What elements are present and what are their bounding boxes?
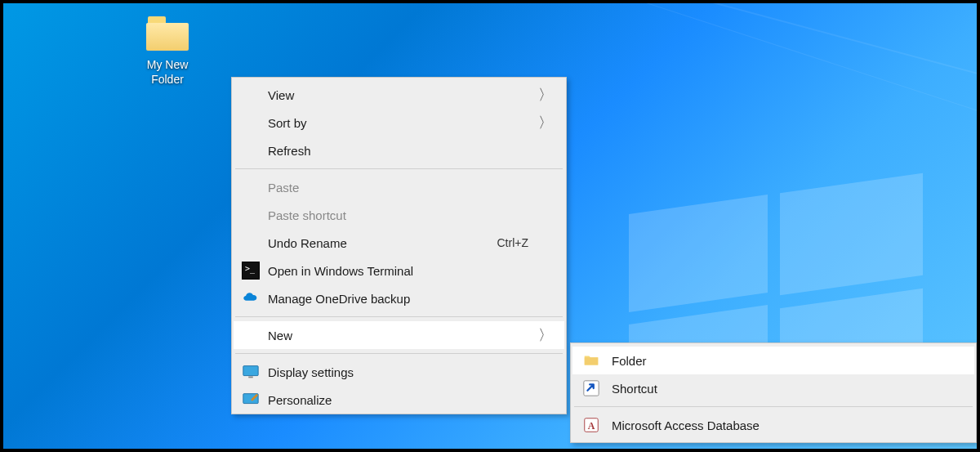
svg-rect-1 bbox=[248, 377, 253, 378]
menu-item-label: Open in Windows Terminal bbox=[268, 264, 553, 278]
menu-separator bbox=[235, 316, 563, 317]
submenu-item-shortcut[interactable]: Shortcut bbox=[572, 374, 974, 402]
shortcut-icon bbox=[582, 379, 600, 397]
menu-item-label: View bbox=[268, 88, 553, 102]
svg-rect-3 bbox=[584, 381, 599, 396]
menu-item-label: Paste bbox=[268, 181, 553, 195]
chevron-right-icon: 〉 bbox=[538, 113, 553, 132]
menu-item-paste: Paste bbox=[234, 173, 564, 201]
access-icon: A bbox=[582, 416, 600, 434]
menu-item-new[interactable]: New 〉 bbox=[234, 321, 564, 349]
desktop-context-menu: View 〉 Sort by 〉 Refresh Paste Paste sho… bbox=[231, 77, 567, 414]
menu-item-label: Manage OneDrive backup bbox=[268, 292, 553, 306]
desktop-folder-label: My New Folder bbox=[127, 57, 208, 87]
chevron-right-icon: 〉 bbox=[538, 85, 553, 105]
menu-item-label: Sort by bbox=[268, 116, 553, 130]
menu-item-display-settings[interactable]: Display settings bbox=[234, 358, 564, 386]
menu-separator bbox=[574, 406, 973, 407]
menu-item-label: New bbox=[268, 329, 553, 342]
folder-icon bbox=[582, 351, 600, 369]
svg-text:A: A bbox=[588, 420, 595, 432]
folder-icon bbox=[145, 15, 190, 52]
desktop-folder-icon[interactable]: My New Folder bbox=[127, 15, 208, 87]
menu-item-refresh[interactable]: Refresh bbox=[234, 136, 564, 164]
menu-item-personalize[interactable]: Personalize bbox=[234, 386, 564, 414]
submenu-item-label: Microsoft Access Database bbox=[612, 418, 760, 432]
menu-item-open-terminal[interactable]: Open in Windows Terminal bbox=[234, 257, 564, 284]
menu-item-label: Refresh bbox=[268, 144, 553, 158]
submenu-item-folder[interactable]: Folder bbox=[572, 347, 974, 374]
submenu-item-access-db[interactable]: A Microsoft Access Database bbox=[572, 411, 974, 439]
menu-item-shortcut: Ctrl+Z bbox=[497, 236, 554, 249]
submenu-item-label: Shortcut bbox=[612, 382, 657, 396]
chevron-right-icon: 〉 bbox=[538, 325, 553, 345]
menu-item-label: Paste shortcut bbox=[268, 208, 553, 222]
menu-item-label: Undo Rename bbox=[268, 236, 497, 250]
menu-item-paste-shortcut: Paste shortcut bbox=[234, 201, 564, 229]
new-submenu: Folder Shortcut A Microsoft Access Datab… bbox=[570, 342, 977, 443]
menu-item-sort-by[interactable]: Sort by 〉 bbox=[234, 109, 564, 136]
menu-item-label: Display settings bbox=[268, 365, 553, 379]
svg-rect-0 bbox=[243, 366, 258, 376]
display-icon bbox=[242, 363, 260, 381]
menu-separator bbox=[235, 353, 563, 354]
menu-item-manage-onedrive[interactable]: Manage OneDrive backup bbox=[234, 284, 564, 312]
menu-item-label: Personalize bbox=[268, 393, 553, 407]
submenu-item-label: Folder bbox=[612, 354, 647, 368]
terminal-icon bbox=[242, 262, 260, 280]
onedrive-icon bbox=[242, 289, 260, 307]
menu-separator bbox=[235, 168, 563, 169]
personalize-icon bbox=[242, 391, 260, 409]
menu-item-view[interactable]: View 〉 bbox=[234, 81, 564, 109]
menu-item-undo-rename[interactable]: Undo Rename Ctrl+Z bbox=[234, 229, 564, 257]
